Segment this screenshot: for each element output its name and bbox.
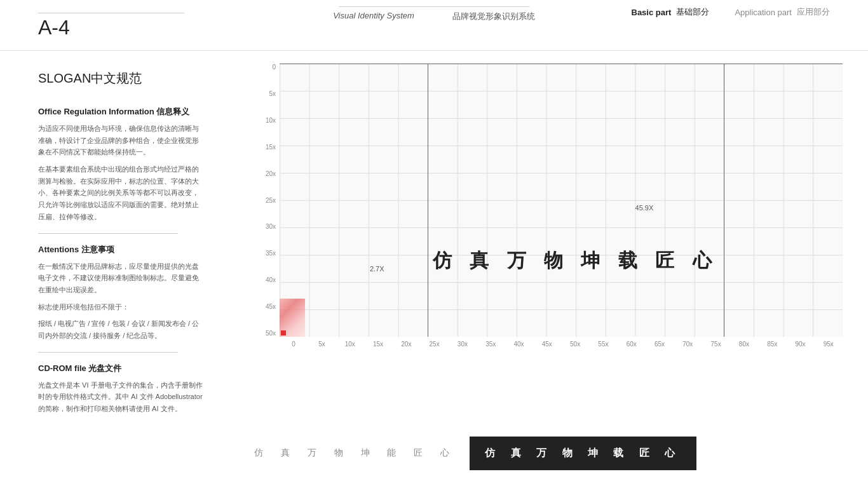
y-axis: 50x 45x 40x 35x 30x 25x 20x 15x 10x 5x 0 — [254, 64, 278, 337]
x-label-10: 10x — [336, 341, 364, 348]
section-title: SLOGAN中文规范 — [38, 70, 203, 87]
red-dot — [281, 330, 286, 336]
divider-1 — [38, 233, 178, 234]
label-27x: 2.7X — [370, 265, 384, 273]
page-id: A-4 — [38, 11, 70, 39]
chart-container: 50x 45x 40x 35x 30x 25x 20x 15x 10x 5x 0… — [254, 64, 843, 421]
slogan-area: 仿 真 万 物 坤 能 匠 心 仿 真 万 物 坤 载 匠 心 — [254, 431, 843, 475]
slogan-light: 仿 真 万 物 坤 能 匠 心 — [254, 447, 457, 459]
y-label-5: 5x — [254, 90, 278, 97]
y-label-25: 25x — [254, 197, 278, 204]
basic-part-section: Basic part 基础部分 — [632, 6, 710, 18]
slogan-dark: 仿 真 万 物 坤 载 匠 心 — [470, 437, 696, 470]
left-panel: SLOGAN中文规范 Office Regulation Information… — [0, 51, 241, 488]
x-label-75: 75x — [702, 341, 729, 348]
cdrom-body: 光盘文件是本 VI 手册电子文件的集合，内含手册制作时的专用软件格式文件。其中 … — [38, 379, 203, 415]
cdrom-title: CD-ROM file 光盘文件 — [38, 363, 203, 374]
app-part-section: Application part 应用部分 — [735, 6, 830, 18]
y-label-20: 20x — [254, 170, 278, 177]
attentions-title: Attentions 注意事项 — [38, 244, 203, 255]
x-label-45: 45x — [533, 341, 561, 348]
chart-content: 2.7X 45.9X 仿 真 万 物 坤 载 匠 心 — [280, 64, 843, 337]
x-label-20: 20x — [392, 341, 420, 348]
y-label-10: 10x — [254, 117, 278, 124]
x-label-30: 30x — [449, 341, 477, 348]
attentions-body-2: 标志使用环境包括但不限于： — [38, 301, 203, 313]
office-body-2: 在基本要素组合系统中出现的组合形式均经过严格的测算与检验。在实际应用中，标志的位… — [38, 163, 203, 222]
x-label-60: 60x — [618, 341, 646, 348]
attentions-list: 报纸 / 电视广告 / 宣传 / 包装 / 会议 / 新闻发布会 / 公司内外部… — [38, 318, 203, 341]
y-label-45: 45x — [254, 303, 278, 310]
y-label-15: 15x — [254, 144, 278, 151]
x-label-55: 55x — [589, 341, 617, 348]
y-label-30: 30x — [254, 223, 278, 230]
header-titles: Visual Identity System 品牌视觉形象识别系统 — [333, 11, 535, 22]
x-label-65: 65x — [646, 341, 674, 348]
x-label-95: 95x — [815, 341, 843, 348]
header-right: Basic part 基础部分 Application part 应用部分 — [632, 6, 831, 18]
x-label-50: 50x — [561, 341, 589, 348]
y-label-35: 35x — [254, 250, 278, 257]
x-label-70: 70x — [674, 341, 702, 348]
vertical-line-1 — [428, 64, 428, 337]
x-label-25: 25x — [420, 341, 448, 348]
x-label-35: 35x — [477, 341, 505, 348]
y-label-0: 0 — [254, 64, 278, 71]
app-part-label-en: Application part — [735, 8, 792, 17]
header-center: Visual Identity System 品牌视觉形象识别系统 — [333, 6, 535, 22]
main-content: SLOGAN中文规范 Office Regulation Information… — [0, 51, 868, 488]
x-label-40: 40x — [505, 341, 532, 348]
header-top-line — [38, 13, 184, 13]
vis-title-en: Visual Identity System — [333, 11, 414, 22]
x-label-5: 5x — [308, 341, 336, 348]
divider-2 — [38, 352, 178, 353]
attentions-body-1: 在一般情况下使用品牌标志，应尽量使用提供的光盘电子文件，不建议使用标准制图绘制标… — [38, 261, 203, 296]
horizontal-line-1 — [280, 64, 843, 64]
office-title: Office Regulation Information 信息释义 — [38, 106, 203, 118]
chart-slogan-text: 仿 真 万 物 坤 载 匠 心 — [433, 248, 717, 274]
header-center-line — [339, 6, 529, 7]
y-label-40: 40x — [254, 276, 278, 283]
label-459x: 45.9X — [635, 204, 654, 212]
y-label-50: 50x — [254, 330, 278, 337]
right-panel: 50x 45x 40x 35x 30x 25x 20x 15x 10x 5x 0… — [241, 51, 868, 488]
vertical-line-2 — [724, 64, 724, 337]
vis-title-cn: 品牌视觉形象识别系统 — [452, 11, 535, 22]
basic-part-label-en: Basic part — [632, 8, 672, 17]
x-label-90: 90x — [786, 341, 814, 348]
office-body-1: 为适应不同使用场合与环境，确保信息传达的清晰与准确，特设计了企业品牌的多种组合，… — [38, 123, 203, 158]
header: A-4 Visual Identity System 品牌视觉形象识别系统 Ba… — [0, 0, 868, 51]
basic-part-label-cn: 基础部分 — [676, 6, 709, 18]
chart-inner: 50x 45x 40x 35x 30x 25x 20x 15x 10x 5x 0… — [254, 64, 843, 356]
x-label-0: 0 — [280, 341, 308, 348]
x-axis: 0 5x 10x 15x 20x 25x 30x 35x 40x 45x 50x… — [280, 338, 843, 356]
x-label-85: 85x — [758, 341, 786, 348]
x-label-80: 80x — [730, 341, 758, 348]
app-part-label-cn: 应用部分 — [797, 6, 830, 18]
x-label-15: 15x — [364, 341, 392, 348]
